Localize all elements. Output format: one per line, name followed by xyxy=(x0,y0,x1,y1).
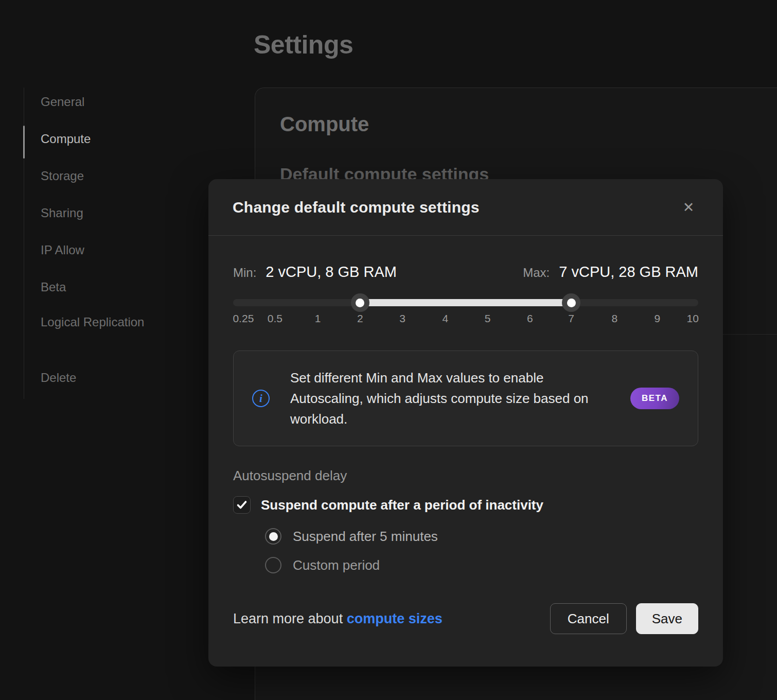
sidebar-item-sharing[interactable]: Sharing xyxy=(41,203,159,223)
tick-label: 10 xyxy=(686,312,698,325)
panel-heading: Compute xyxy=(280,113,369,136)
tick-label: 1 xyxy=(315,312,321,325)
slider-fill xyxy=(360,299,571,306)
custom-period-option[interactable]: Custom period xyxy=(265,557,698,573)
min-compute-group: Min: 2 vCPU, 8 GB RAM xyxy=(233,264,397,281)
learn-more-prefix: Learn more about xyxy=(233,611,343,626)
slider-handle-max[interactable] xyxy=(562,293,580,312)
sidebar-active-indicator xyxy=(23,126,25,159)
tick-label: 5 xyxy=(485,312,491,325)
tick-label: 2 xyxy=(357,312,363,325)
modal-body: Min: 2 vCPU, 8 GB RAM Max: 7 vCPU, 28 GB… xyxy=(208,264,723,634)
radio-unselected-icon[interactable] xyxy=(265,557,281,573)
suspend-checkbox-label: Suspend compute after a period of inacti… xyxy=(261,497,543,513)
app-window: Settings General Compute Storage Sharing… xyxy=(0,0,777,700)
modal-title: Change default compute settings xyxy=(233,199,480,216)
sidebar-item-general[interactable]: General xyxy=(41,92,159,112)
slider-handle-min[interactable] xyxy=(351,293,369,312)
autosuspend-delay-label: Autosuspend delay xyxy=(233,468,698,484)
tick-label: 9 xyxy=(655,312,661,325)
slider-track[interactable] xyxy=(233,299,698,306)
save-button[interactable]: Save xyxy=(636,603,698,634)
sidebar-item-ip-allow[interactable]: IP Allow xyxy=(41,240,159,260)
settings-sidebar: General Compute Storage Sharing IP Allow… xyxy=(24,87,178,399)
close-icon[interactable]: ✕ xyxy=(678,197,699,218)
custom-period-label: Custom period xyxy=(293,557,380,573)
max-label: Max: xyxy=(523,266,550,280)
sidebar-item-storage[interactable]: Storage xyxy=(41,166,159,186)
min-label: Min: xyxy=(233,266,256,280)
max-value: 7 vCPU, 28 GB RAM xyxy=(559,264,698,281)
tick-label: 7 xyxy=(568,312,574,325)
suspend-checkbox-row[interactable]: Suspend compute after a period of inacti… xyxy=(233,496,698,514)
change-compute-settings-modal: Change default compute settings ✕ Min: 2… xyxy=(208,179,723,667)
suspend-options: Suspend after 5 minutes Custom period xyxy=(265,528,698,573)
learn-more-text: Learn more about compute sizes xyxy=(233,611,443,627)
tick-label: 6 xyxy=(527,312,533,325)
minmax-row: Min: 2 vCPU, 8 GB RAM Max: 7 vCPU, 28 GB… xyxy=(233,264,698,281)
footer-buttons: Cancel Save xyxy=(550,603,698,634)
min-value: 2 vCPU, 8 GB RAM xyxy=(266,264,397,281)
beta-badge: BETA xyxy=(630,388,679,409)
compute-range-slider xyxy=(233,299,698,306)
sidebar-item-delete[interactable]: Delete xyxy=(41,367,159,388)
radio-selected-icon[interactable] xyxy=(265,528,281,545)
cancel-button[interactable]: Cancel xyxy=(550,603,627,634)
tick-label: 4 xyxy=(442,312,448,325)
tick-label: 0.25 xyxy=(233,312,254,325)
modal-footer: Learn more about compute sizes Cancel Sa… xyxy=(233,603,698,634)
page-title: Settings xyxy=(254,30,353,60)
suspend-after-5-minutes-label: Suspend after 5 minutes xyxy=(293,529,438,545)
autoscaling-info-text: Set different Min and Max values to enab… xyxy=(290,367,610,429)
suspend-after-5-minutes-option[interactable]: Suspend after 5 minutes xyxy=(265,528,698,545)
tick-label: 8 xyxy=(611,312,617,325)
check-icon xyxy=(236,499,248,511)
max-compute-group: Max: 7 vCPU, 28 GB RAM xyxy=(523,264,698,281)
tick-label: 0.5 xyxy=(268,312,282,325)
sidebar-item-beta[interactable]: Beta xyxy=(41,277,159,297)
suspend-checkbox[interactable] xyxy=(233,496,251,514)
autoscaling-info-box: i Set different Min and Max values to en… xyxy=(233,351,698,446)
sidebar-item-compute[interactable]: Compute xyxy=(41,129,159,149)
sidebar-item-logical-replication[interactable]: Logical Replication xyxy=(41,312,159,332)
modal-header: Change default compute settings ✕ xyxy=(208,179,723,236)
tick-label: 3 xyxy=(399,312,405,325)
compute-sizes-link[interactable]: compute sizes xyxy=(347,611,443,626)
slider-tick-labels: 0.25 0.5 1 2 3 4 5 6 7 8 9 10 xyxy=(233,312,698,328)
info-icon: i xyxy=(252,390,270,407)
